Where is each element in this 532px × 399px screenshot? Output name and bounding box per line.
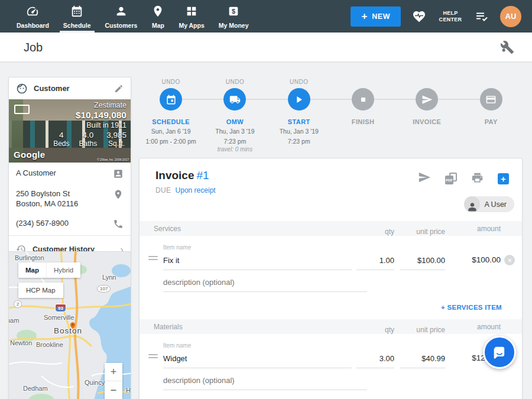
unit-price-column-header: unit price [400, 228, 445, 236]
schedule-step-button[interactable] [160, 88, 182, 111]
map-label-quincy: Quincy [85, 379, 105, 386]
map-type-hybrid-button[interactable]: Hybrid [47, 262, 80, 278]
assignee-name: A User [484, 200, 507, 209]
beds-label: Beds [53, 140, 69, 148]
face-icon [16, 83, 28, 95]
map-label-lynn: Lynn [102, 274, 116, 281]
map-pin-icon [151, 5, 164, 20]
zestimate-label: Zestimate [53, 101, 126, 109]
customer-card: Customer Zestimate $10,149,080 Built in … [8, 77, 131, 261]
customer-card-title: Customer [34, 84, 114, 93]
invoice-due: DUE Upon receipt [155, 186, 216, 194]
zoom-out-button[interactable]: − [105, 381, 122, 399]
credit-card-icon [485, 94, 497, 105]
send-invoice-icon[interactable] [418, 171, 431, 186]
title-bar: Job [0, 33, 532, 62]
material-unit-price-input[interactable] [400, 352, 445, 368]
street-photo[interactable]: Zestimate $10,149,080 Built in 1911 4Bed… [9, 99, 131, 163]
timeline-step-schedule: UNDO SCHEDULE Sun, Jan 6 '19 1:00 pm - 2… [139, 79, 203, 153]
assignee-chip[interactable]: A User [464, 196, 514, 212]
plus-icon: + [361, 11, 367, 21]
timeline-step-start: UNDO START Thu, Jan 3 '19 7:23 pm [267, 79, 331, 153]
built-year: Built in 1911 [53, 121, 126, 129]
job-timeline: UNDO SCHEDULE Sun, Jan 6 '19 1:00 pm - 2… [139, 79, 523, 155]
hcp-map-button[interactable]: HCP Map [18, 283, 63, 298]
dashboard-icon [26, 5, 39, 20]
zoom-in-button[interactable]: + [105, 363, 122, 381]
referrals-heart-icon[interactable] [411, 9, 427, 24]
chat-fab-button[interactable] [483, 336, 516, 369]
add-invoice-icon[interactable]: + [498, 173, 509, 184]
google-logo: Google [14, 150, 45, 160]
service-description-input[interactable] [163, 276, 367, 292]
nav-item-customers[interactable]: Customers [98, 0, 145, 33]
nav-item-map[interactable]: Map [144, 0, 171, 33]
nav-label: My Money [219, 22, 249, 29]
add-materials-item-link[interactable]: + MATERIALS ITEM [140, 390, 522, 399]
nav-label: Map [152, 22, 164, 29]
nav-item-my-money[interactable]: $ My Money [212, 0, 256, 33]
money-icon: $ [227, 5, 240, 20]
customer-phone-row: (234) 567-8900 [9, 213, 131, 233]
start-step-button[interactable] [288, 88, 310, 111]
nav-item-dashboard[interactable]: Dashboard [9, 0, 56, 33]
invoice-number[interactable]: #1 [196, 169, 209, 181]
material-item-name-input[interactable] [163, 352, 352, 368]
assignee-avatar-icon [464, 196, 480, 212]
contact-card-icon[interactable] [113, 168, 124, 179]
print-icon[interactable] [471, 171, 484, 186]
item-name-label: Item name [163, 244, 352, 251]
add-services-item-link[interactable]: + SERVICES ITEM [140, 292, 522, 319]
invoice-actions: PDF + [418, 171, 509, 186]
undo-schedule-link[interactable]: UNDO [161, 79, 180, 88]
timeline-step-invoice: INVOICE [395, 79, 459, 153]
checklist-icon[interactable] [474, 9, 489, 24]
baths-label: Baths [79, 140, 98, 148]
nav-label: Customers [105, 22, 138, 29]
divider [9, 235, 131, 236]
customer-address: 250 Boylston St Boston, MA 02116 [16, 189, 78, 209]
timeline-step-pay: PAY [459, 79, 523, 153]
baths-value: 4.0 [79, 131, 98, 140]
page-title: Job [24, 41, 43, 54]
omw-step-button[interactable] [223, 88, 246, 111]
play-icon [293, 94, 304, 105]
due-value-link[interactable]: Upon receipt [176, 186, 216, 194]
help-center-link[interactable]: HELP CENTER [437, 10, 463, 23]
new-button[interactable]: + NEW [351, 7, 401, 27]
customer-name: A Customer [16, 168, 56, 178]
route-2-shield: 2 [14, 300, 22, 308]
customer-card-header: Customer [9, 77, 131, 99]
nav-item-schedule[interactable]: Schedule [56, 0, 98, 33]
undo-start-link[interactable]: UNDO [290, 79, 308, 88]
person-icon [115, 5, 128, 20]
route-107-shield: 107 [97, 285, 111, 293]
pdf-icon[interactable]: PDF [445, 173, 457, 184]
material-qty-input[interactable] [356, 352, 394, 368]
nav-item-my-apps[interactable]: My Apps [171, 0, 211, 33]
map-type-map-button[interactable]: Map [18, 262, 47, 278]
user-avatar[interactable]: AU [500, 6, 521, 27]
remove-service-item-icon[interactable] [504, 255, 515, 265]
service-qty-input[interactable] [356, 254, 394, 270]
send-icon [421, 94, 433, 105]
nav-label: Schedule [63, 22, 91, 29]
materials-section-label: Materials [154, 323, 356, 331]
drag-handle-icon[interactable] [148, 352, 158, 360]
job-settings-icon[interactable] [500, 40, 514, 54]
service-item-name-input[interactable] [163, 254, 352, 270]
location-pin-icon[interactable] [113, 189, 124, 200]
qty-column-header: qty [356, 228, 394, 236]
undo-omw-link[interactable]: UNDO [226, 79, 244, 88]
pay-step-button[interactable] [480, 88, 502, 111]
edit-pencil-icon[interactable] [114, 84, 124, 93]
phone-icon[interactable] [113, 219, 124, 229]
sqft-value: 3,985 [106, 131, 126, 140]
material-description-input[interactable] [163, 374, 367, 390]
amount-column-header: amount [453, 225, 501, 233]
calendar-icon [166, 94, 177, 105]
finish-step-button[interactable] [352, 88, 374, 111]
drag-handle-icon[interactable] [148, 254, 158, 262]
service-unit-price-input[interactable] [400, 254, 445, 270]
invoice-step-button[interactable] [416, 88, 438, 111]
